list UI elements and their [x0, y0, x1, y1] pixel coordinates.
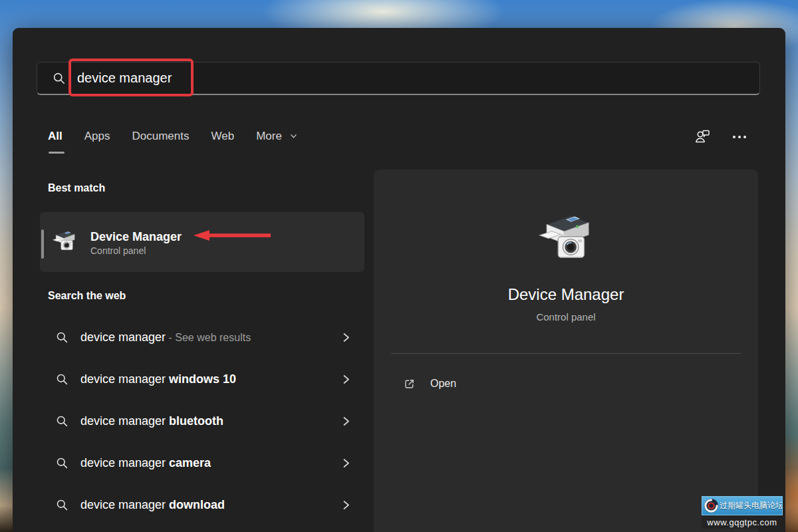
search-icon: [55, 414, 69, 428]
search-icon: [55, 372, 69, 386]
open-icon: [403, 378, 416, 390]
tab-apps[interactable]: Apps: [84, 130, 110, 144]
preview-title: Device Manager: [374, 285, 758, 304]
watermark: 过期罐头电脑论坛 www.gqgtpc.com: [702, 496, 783, 529]
tab-more[interactable]: More: [256, 130, 297, 144]
account-chat-icon[interactable]: [694, 128, 711, 146]
device-manager-icon-large: [534, 212, 598, 268]
suggestion-text: device manager: [80, 456, 166, 469]
chevron-right-icon: [341, 416, 351, 426]
preview-pane: Device Manager Control panel Open: [374, 170, 758, 532]
search-flyout-panel: All Apps Documents Web More Best match D…: [13, 28, 785, 532]
best-match-label: Best match: [48, 182, 105, 194]
watermark-logo-icon: [704, 498, 719, 513]
web-suggestion-row[interactable]: device manager - See web results: [40, 320, 364, 354]
chevron-right-icon: [341, 332, 351, 342]
suggestion-text: device manager: [80, 414, 166, 428]
search-icon: [55, 456, 69, 470]
chevron-down-icon: [290, 132, 297, 140]
divider: [391, 353, 741, 354]
search-icon: [55, 498, 69, 512]
chevron-right-icon: [341, 374, 351, 384]
more-options-icon[interactable]: [731, 128, 748, 146]
best-match-title: Device Manager: [90, 228, 182, 245]
search-icon: [55, 331, 69, 344]
web-suggestion-row[interactable]: device manager camera: [40, 446, 364, 480]
watermark-url: www.gqgtpc.com: [707, 517, 777, 527]
scrollbar-thumb[interactable]: [41, 229, 44, 259]
best-match-subtitle: Control panel: [90, 245, 182, 256]
active-tab-underline: [49, 152, 65, 154]
tab-all[interactable]: All: [48, 130, 63, 144]
search-input[interactable]: [77, 70, 676, 86]
web-suggestion-row[interactable]: device manager download: [40, 487, 364, 522]
tab-documents[interactable]: Documents: [132, 130, 189, 144]
filter-tabs-row: All Apps Documents Web More: [48, 125, 748, 149]
open-label: Open: [430, 378, 456, 390]
search-the-web-label: Search the web: [48, 290, 126, 302]
open-action[interactable]: Open: [394, 369, 738, 398]
search-icon: [52, 71, 66, 86]
device-manager-icon: [51, 229, 78, 255]
preview-subtitle: Control panel: [374, 311, 758, 323]
web-suggestion-row[interactable]: device manager windows 10: [40, 362, 364, 396]
chevron-right-icon: [341, 500, 351, 510]
watermark-forum-text: 过期罐头电脑论坛: [720, 500, 782, 511]
suggestion-text: device manager: [80, 331, 166, 344]
tab-web[interactable]: Web: [211, 130, 234, 144]
suggestion-text: device manager: [80, 498, 166, 511]
chevron-right-icon: [341, 458, 351, 468]
search-box[interactable]: [37, 62, 760, 95]
best-match-result[interactable]: Device Manager Control panel: [40, 212, 364, 272]
suggestion-text: device manager: [80, 372, 166, 386]
suggestion-annotation: - See web results: [166, 332, 251, 343]
web-suggestion-row[interactable]: device manager bluetooth: [40, 404, 364, 438]
